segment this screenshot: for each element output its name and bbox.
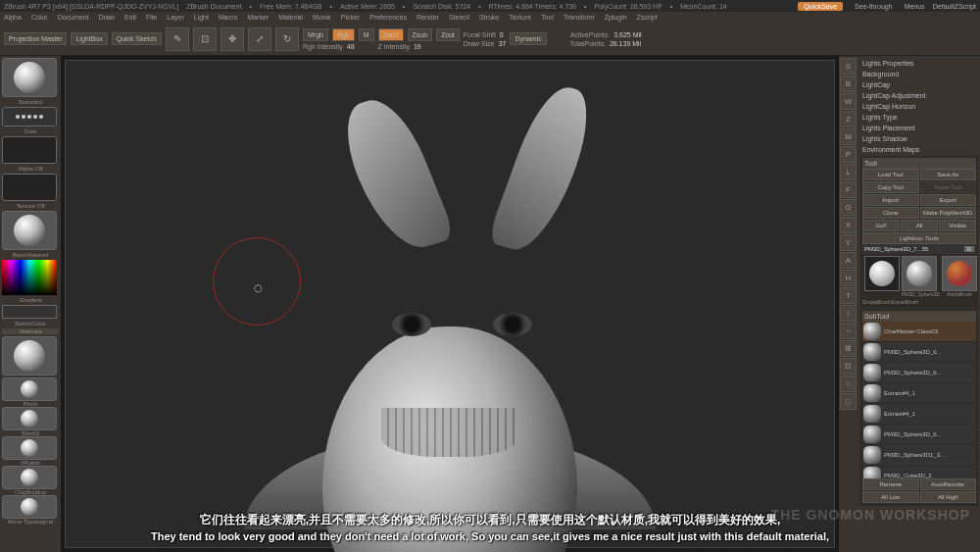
- quicksave-button[interactable]: QuickSave: [798, 2, 843, 11]
- menu-material[interactable]: Material: [278, 14, 303, 21]
- menu-transform[interactable]: Transform: [564, 14, 595, 21]
- menu-document[interactable]: Document: [58, 14, 89, 21]
- tool-thumb-1[interactable]: [902, 256, 937, 291]
- autoreorder-button[interactable]: AutoReorder: [920, 478, 977, 490]
- viewport-btn-0[interactable]: S: [840, 58, 857, 75]
- panel-header-lights-properties[interactable]: Lights Properties: [860, 58, 978, 69]
- menu-tool[interactable]: Tool: [541, 14, 554, 21]
- all-high-button[interactable]: All High: [920, 491, 977, 503]
- menu-draw[interactable]: Draw: [99, 14, 115, 21]
- panel-header-lights-placement[interactable]: Lights Placement: [860, 123, 978, 133]
- focal-shift-value[interactable]: 0: [500, 31, 504, 38]
- lightbox-tools-button[interactable]: Lightbox› Tools: [862, 232, 976, 244]
- subtool-item[interactable]: Extract#4_1: [862, 404, 976, 424]
- r-button[interactable]: R: [964, 246, 974, 252]
- menu-alpha[interactable]: Alpha: [4, 14, 22, 21]
- viewport-btn-6[interactable]: L: [840, 164, 857, 180]
- quick-brush[interactable]: [2, 407, 57, 430]
- subtool-item[interactable]: PM3D_Sphere3D_6...: [862, 363, 976, 382]
- material-thumbnail[interactable]: [2, 211, 57, 250]
- viewport-btn-16[interactable]: ⊞: [840, 340, 857, 357]
- quick-brush[interactable]: [2, 436, 57, 460]
- menu-stroke[interactable]: Stroke: [479, 14, 499, 21]
- clone-button[interactable]: Clone: [862, 207, 919, 219]
- viewport-btn-17[interactable]: ⊡: [840, 358, 857, 375]
- menu-marker[interactable]: Marker: [247, 14, 269, 21]
- menu-layer[interactable]: Layer: [167, 14, 184, 21]
- panel-header-lights-shadow[interactable]: Lights Shadow: [860, 133, 978, 144]
- draw-mode-icon[interactable]: ⊡: [193, 27, 217, 51]
- menu-macro[interactable]: Macro: [219, 14, 237, 21]
- alpha-thumbnail[interactable]: [2, 136, 57, 164]
- eraserbrush-label[interactable]: EraserBrush: [891, 299, 918, 305]
- script-label[interactable]: DefaultZScript: [933, 3, 976, 10]
- menu-zplugin[interactable]: Zplugin: [605, 14, 627, 21]
- viewport-btn-7[interactable]: F: [840, 181, 857, 198]
- panel-header-environment-maps[interactable]: Environment Maps: [860, 144, 978, 155]
- seethrough-toggle[interactable]: See-through: [851, 3, 897, 10]
- import-button[interactable]: Import: [862, 194, 919, 206]
- zsub-toggle[interactable]: Zsub: [408, 28, 433, 41]
- simplebrush-label[interactable]: SimpleBrush: [862, 299, 890, 305]
- alternate-button[interactable]: Alternate: [2, 328, 59, 334]
- zcut-toggle[interactable]: Zcut: [436, 28, 460, 41]
- rotate-mode-icon[interactable]: ↻: [275, 27, 299, 51]
- rgb-intensity-value[interactable]: 48: [347, 43, 355, 50]
- tool-thumb-main[interactable]: [864, 256, 900, 291]
- menu-picker[interactable]: Picker: [341, 14, 360, 21]
- panel-header-lightcap-horizon[interactable]: LightCap Horizon: [860, 101, 978, 112]
- mrgb-toggle[interactable]: Mrgb: [303, 28, 328, 41]
- panel-header-lightcap-adjustment[interactable]: LightCap Adjustment: [860, 90, 978, 101]
- projection-master-button[interactable]: Projection Master: [4, 32, 67, 45]
- copy-tool-button[interactable]: Copy Tool: [862, 181, 919, 193]
- scale-mode-icon[interactable]: ⤢: [248, 27, 271, 51]
- viewport-btn-19[interactable]: □: [840, 393, 857, 410]
- alt-material-thumbnail[interactable]: [2, 336, 57, 376]
- viewport-btn-13[interactable]: T: [840, 287, 857, 304]
- quick-brush[interactable]: [2, 377, 57, 401]
- stroke-thumbnail[interactable]: [2, 107, 57, 126]
- load-tool-button[interactable]: Load Tool: [862, 169, 919, 180]
- viewport-btn-4[interactable]: M: [840, 128, 857, 145]
- lightbox-button[interactable]: LightBox: [71, 32, 107, 45]
- visible-button[interactable]: Visible: [939, 220, 976, 231]
- menu-movie[interactable]: Movie: [313, 14, 331, 21]
- viewport-btn-5[interactable]: P: [840, 146, 857, 163]
- subtool-item[interactable]: PM3D_Sphere3D1_3...: [862, 445, 976, 465]
- tool-thumb-2[interactable]: [942, 256, 977, 291]
- move-mode-icon[interactable]: ✥: [220, 27, 244, 51]
- menu-zscript[interactable]: Zscript: [637, 14, 658, 21]
- color-swatch[interactable]: [2, 305, 57, 319]
- panel-header-background[interactable]: Background: [860, 69, 978, 79]
- menu-preferences[interactable]: Preferences: [369, 14, 407, 21]
- quicksketch-button[interactable]: Quick Sketch: [112, 32, 162, 45]
- zadd-toggle[interactable]: Zadd: [378, 28, 404, 41]
- viewport-btn-1[interactable]: B: [840, 75, 857, 92]
- subtool-item[interactable]: Extract#4_1: [862, 383, 976, 403]
- panel-header-lightcap[interactable]: LightCap: [860, 79, 978, 90]
- all-button[interactable]: All: [901, 220, 938, 231]
- viewport-btn-10[interactable]: Y: [840, 234, 857, 251]
- viewport[interactable]: ◌: [65, 60, 835, 548]
- menus-button[interactable]: Menus: [905, 3, 925, 10]
- make-polymesh-button[interactable]: Make PolyMesh3D: [920, 207, 977, 219]
- gof-button[interactable]: GoF: [862, 220, 900, 231]
- switchcolor-button[interactable]: SwitchColor: [2, 321, 59, 326]
- all-low-button[interactable]: All Low: [862, 491, 919, 503]
- rgb-toggle[interactable]: Rgb: [332, 28, 355, 41]
- gradient-label[interactable]: Gradient: [2, 297, 59, 303]
- menu-stencil[interactable]: Stencil: [449, 14, 469, 21]
- current-tool-name[interactable]: PM3D_Sphere3D_7...55 R: [862, 244, 976, 254]
- viewport-btn-2[interactable]: W: [840, 93, 857, 110]
- viewport-btn-15[interactable]: ↔: [840, 323, 857, 339]
- menu-edit[interactable]: Edit: [124, 14, 136, 21]
- save-as-button[interactable]: Save As: [920, 169, 977, 180]
- paste-tool-button[interactable]: Paste Tool: [920, 181, 977, 193]
- texture-thumbnail[interactable]: [2, 174, 57, 201]
- menu-render[interactable]: Render: [416, 14, 439, 21]
- menu-file[interactable]: File: [146, 14, 157, 21]
- menu-light[interactable]: Light: [194, 14, 209, 21]
- brush-thumbnail[interactable]: [2, 58, 57, 97]
- subtool-item[interactable]: PM3D_Sphere3D_6...: [862, 425, 976, 444]
- dynamic-toggle[interactable]: Dynamic: [510, 32, 546, 45]
